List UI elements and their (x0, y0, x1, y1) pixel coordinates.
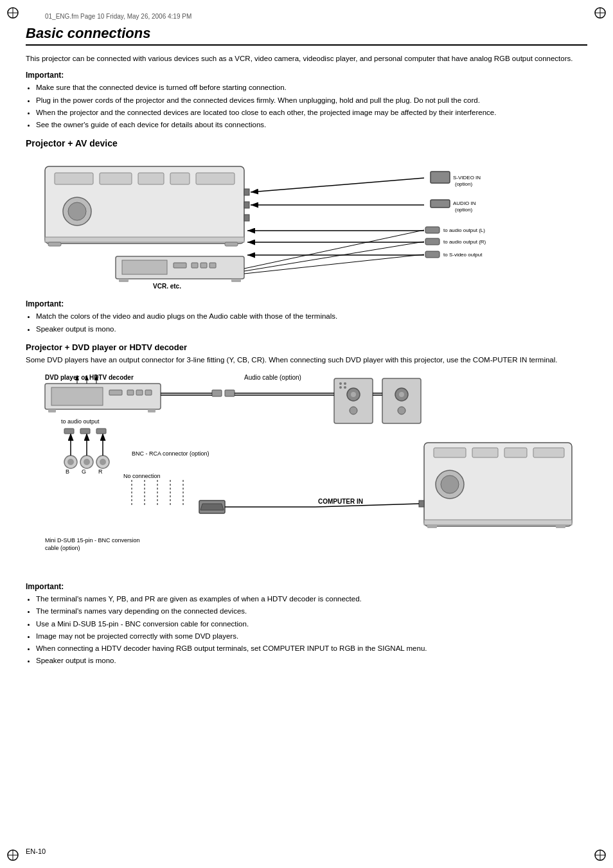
svg-rect-28 (431, 172, 450, 183)
important-label-2: Important: (26, 299, 587, 308)
bullet-item: Plug in the power cords of the projector… (36, 95, 587, 106)
svg-text:(option): (option) (455, 207, 472, 213)
svg-line-52 (244, 230, 424, 269)
av-device-diagram: S-VIDEO IN (option) AUDIO IN (option) VC… (26, 154, 587, 290)
important-bullets-3: The terminal's names Y, PB, and PR are g… (36, 594, 587, 667)
svg-rect-67 (148, 409, 155, 412)
important-bullets-2: Match the colors of the video and audio … (36, 311, 587, 335)
svg-rect-23 (244, 189, 249, 195)
important-label-3: Important: (26, 582, 587, 591)
svg-rect-38 (200, 263, 207, 268)
page-title: Basic connections (26, 25, 587, 46)
svg-rect-15 (138, 173, 164, 184)
bullet-item: When the projector and the connected dev… (36, 107, 587, 118)
svg-rect-24 (244, 202, 249, 208)
svg-rect-123 (504, 448, 527, 457)
svg-point-78 (351, 392, 356, 397)
svg-text:to audio output (L): to audio output (L) (443, 227, 485, 233)
svg-rect-130 (419, 500, 424, 507)
svg-rect-121 (434, 448, 466, 457)
bullet-item: The terminal's names vary depending on t… (36, 606, 587, 617)
svg-rect-64 (136, 390, 143, 395)
svg-rect-61 (51, 387, 103, 405)
svg-rect-73 (225, 390, 235, 396)
svg-line-53 (244, 242, 424, 271)
intro-text: This projector can be connected with var… (26, 53, 587, 64)
svg-rect-128 (427, 525, 437, 528)
svg-rect-16 (170, 173, 190, 184)
corner-mark-br (594, 849, 607, 862)
svg-rect-14 (100, 173, 132, 184)
corner-mark-tr (594, 6, 607, 19)
important-bullets-1: Make sure that the connected device is t… (36, 82, 587, 130)
important-section-3: Important: The terminal's names Y, PB, a… (26, 582, 587, 667)
page-number: EN-10 (26, 847, 46, 855)
svg-text:DVD player or HDTV decoder: DVD player or HDTV decoder (45, 374, 134, 381)
bullet-item: See the owner's guide of each device for… (36, 120, 587, 130)
svg-rect-37 (191, 263, 198, 268)
svg-marker-115 (200, 504, 224, 510)
important-label-1: Important: (26, 71, 587, 80)
svg-text:Audio cable (option): Audio cable (option) (244, 374, 301, 381)
svg-text:G: G (82, 468, 86, 475)
svg-text:cable (option): cable (option) (45, 545, 80, 551)
bullet-item: Speaker output is mono. (36, 324, 587, 335)
dvd-diagram-svg: DVD player or HDTV decoder Audio cable (… (26, 372, 585, 571)
svg-rect-25 (244, 215, 249, 221)
bullet-item: When connecting a HDTV decoder having RG… (36, 643, 587, 654)
svg-rect-122 (472, 448, 498, 457)
svg-rect-46 (425, 227, 440, 233)
svg-text:AUDIO IN: AUDIO IN (453, 200, 476, 206)
section2-heading: Projector + DVD player or HDTV decoder (26, 342, 587, 352)
svg-rect-35 (122, 260, 167, 274)
bullet-item: Use a Mini D-SUB 15-pin - BNC conversion… (36, 619, 587, 630)
svg-text:B: B (66, 468, 69, 475)
bullet-item: Image may not be projected correctly wit… (36, 631, 587, 642)
svg-rect-39 (209, 263, 216, 268)
svg-rect-62 (109, 390, 122, 395)
svg-rect-124 (533, 448, 564, 457)
svg-line-54 (244, 254, 424, 274)
svg-point-80 (339, 382, 342, 385)
svg-rect-31 (431, 200, 450, 208)
svg-text:to S-video output: to S-video output (443, 252, 483, 258)
svg-point-19 (68, 202, 86, 220)
important-section-2: Important: Match the colors of the video… (26, 299, 587, 335)
svg-rect-22 (225, 242, 238, 246)
svg-rect-36 (173, 263, 186, 268)
svg-point-86 (399, 392, 404, 397)
bullet-item: Speaker output is mono. (36, 655, 587, 666)
page-container: 01_ENG.fm Page 10 Friday, May 26, 2006 4… (0, 0, 613, 868)
svg-point-81 (344, 382, 346, 385)
svg-rect-63 (127, 390, 134, 395)
svg-point-82 (339, 386, 342, 389)
svg-rect-106 (96, 429, 106, 434)
svg-point-83 (344, 386, 346, 389)
dvd-device-diagram: DVD player or HDTV decoder Audio cable (… (26, 372, 587, 573)
svg-rect-40 (119, 279, 129, 282)
svg-rect-50 (425, 251, 440, 258)
av-diagram-svg: S-VIDEO IN (option) AUDIO IN (option) VC… (26, 154, 585, 288)
svg-text:S-VIDEO IN: S-VIDEO IN (453, 175, 481, 181)
file-header: 01_ENG.fm Page 10 Friday, May 26, 2006 4… (26, 13, 587, 20)
svg-point-79 (350, 407, 357, 414)
corner-mark-bl (6, 849, 19, 862)
svg-rect-65 (145, 390, 152, 395)
svg-rect-129 (556, 525, 565, 528)
svg-text:BNC - RCA connector (option): BNC - RCA connector (option) (132, 450, 209, 457)
svg-rect-104 (64, 429, 74, 434)
bullet-item: Match the colors of the video and audio … (36, 311, 587, 322)
corner-mark-tl (6, 6, 19, 19)
svg-text:(option): (option) (455, 181, 472, 187)
section2-intro: Some DVD players have an output connecto… (26, 355, 587, 366)
svg-text:No connection: No connection (123, 473, 161, 479)
svg-text:COMPUTER IN: COMPUTER IN (318, 498, 363, 505)
svg-rect-105 (80, 429, 90, 434)
section1-heading: Projector + AV device (26, 138, 587, 148)
svg-point-97 (100, 459, 106, 465)
svg-text:VCR, etc.: VCR, etc. (153, 283, 181, 288)
svg-point-87 (398, 407, 405, 414)
bullet-item: Make sure that the connected device is t… (36, 82, 587, 93)
svg-rect-66 (48, 409, 56, 412)
svg-rect-72 (212, 390, 222, 396)
